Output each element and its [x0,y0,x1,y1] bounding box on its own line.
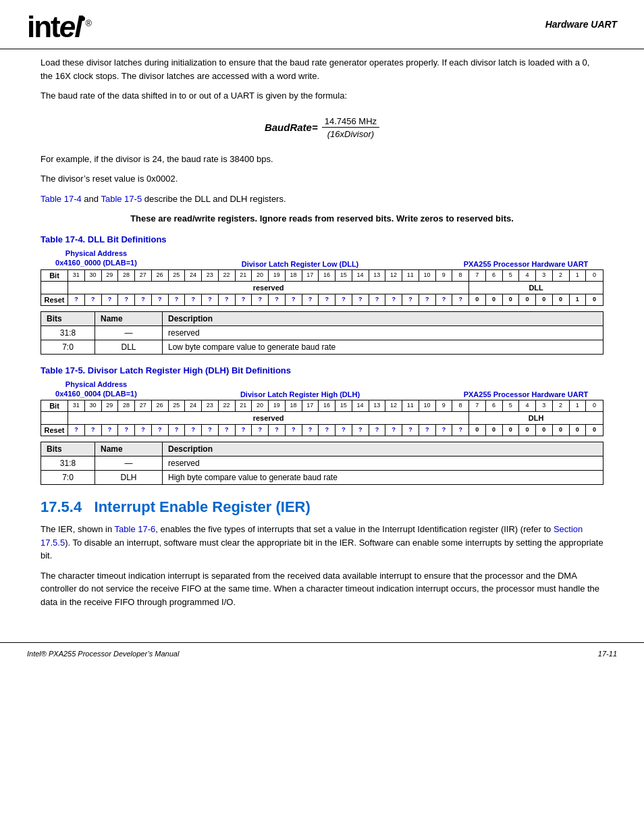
reset-bit-13: ? [286,294,302,305]
reset-bit-28: 0 [536,294,553,305]
table17-5-link[interactable]: Table 17-5 [101,194,142,204]
table17-4-link[interactable]: Table 17-4 [41,194,82,204]
reset-bit-21: ? [419,425,436,436]
reset-bit-5: ? [152,425,169,436]
reset-bit-26: 0 [503,294,520,305]
reset-bit-11: ? [252,425,269,436]
desc-description: Low byte compare value to generate baud … [163,340,603,354]
desc-description: reserved [163,457,603,471]
formula-block: BaudRate= 14.7456 MHz (16xDivisor) [41,116,603,139]
table5-addr-block: Physical Address 0x4160_0004 (DLAB=1) [41,380,152,399]
bit-num-23: 23 [202,270,219,281]
bit-num-27: 27 [135,270,152,281]
header: intel® Hardware UART [0,0,644,49]
table4-reset-label: Reset [41,294,68,305]
reset-bit-8: ? [202,294,219,305]
table5-info-row: Physical Address 0x4160_0004 (DLAB=1) Di… [41,380,603,399]
table5-bit-label: Bit [41,400,68,411]
reset-bit-1: ? [85,294,102,305]
bit-num-0: 0 [586,400,603,411]
reset-bit-4: ? [135,425,152,436]
desc-description: reserved [163,325,603,340]
bit-num-11: 11 [402,270,419,281]
reset-bit-30: 1 [570,294,587,305]
section-p2: The character timeout indication interru… [41,569,603,609]
bit-num-30: 30 [85,400,102,411]
bit-num-12: 12 [385,270,402,281]
reset-bit-15: ? [319,294,336,305]
bit-num-20: 20 [252,400,269,411]
bit-num-29: 29 [102,270,119,281]
table4-addr-block: Physical Address 0x4160_0000 (DLAB=1) [41,249,152,268]
bit-num-13: 13 [369,400,386,411]
table-row: 31:8—reserved [41,457,603,471]
page-title: Hardware UART [545,12,617,30]
formula-lhs: BaudRate= [265,122,318,133]
table-row: 7:0DLHHigh byte compare value to generat… [41,471,603,485]
intro-p3: For example, if the divisor is 24, the b… [41,153,603,166]
p5-and: and [84,194,101,204]
p5-rest: describe the DLL and DLH registers. [144,194,286,204]
reset-bit-9: ? [219,425,236,436]
desc-name: DLL [95,340,163,354]
bit-num-1: 1 [570,270,587,281]
desc-bits: 7:0 [41,471,95,485]
reset-bit-25: 0 [486,425,503,436]
main-content: Load these divisor latches during initia… [0,49,644,629]
section-title: Interrupt Enable Register (IER) [95,498,311,515]
bit-num-17: 17 [302,400,319,411]
bit-num-16: 16 [319,270,336,281]
table-row: 7:0DLLLow byte compare value to generate… [41,340,603,354]
footer: Intel® PXA255 Processor Developer’s Manu… [0,642,644,664]
table4-fields: reserved DLL [68,282,603,294]
bit-num-28: 28 [118,270,135,281]
section-p1-after2: ). To disable an interrupt, software mus… [41,538,603,561]
reset-bit-5: ? [152,294,169,305]
reset-bit-11: ? [252,294,269,305]
bit-num-7: 7 [469,400,486,411]
section-number: 17.5.4 [41,498,82,515]
table17-6-link[interactable]: Table 17-6 [115,524,156,534]
table4-addr-val: 0x4160_0000 (DLAB=1) [41,258,152,267]
bit-num-22: 22 [219,400,236,411]
bit-num-29: 29 [102,400,119,411]
reset-bit-28: 0 [536,425,553,436]
reset-bit-23: ? [452,294,469,305]
table5-reset-row: Reset ????????????????????????00000000 [41,424,603,436]
bit-num-23: 23 [202,400,219,411]
reset-bit-7: ? [185,294,202,305]
reset-bit-1: ? [85,425,102,436]
table4-reserved-field: reserved [68,282,469,294]
table5-col-bits: Bits [41,442,95,457]
bit-num-10: 10 [419,270,436,281]
bit-num-19: 19 [269,270,286,281]
table4-col-name: Name [95,311,163,325]
bit-num-1: 1 [570,400,587,411]
reset-bit-25: 0 [486,294,503,305]
bit-num-27: 27 [135,400,152,411]
bit-num-30: 30 [85,270,102,281]
desc-name: — [95,457,163,471]
reset-bit-18: ? [369,425,386,436]
bit-num-8: 8 [452,400,469,411]
reset-bit-10: ? [236,294,252,305]
table5-field-spacer [41,412,68,424]
bit-num-5: 5 [503,400,520,411]
reset-bit-4: ? [135,294,152,305]
bit-num-21: 21 [236,400,252,411]
table4-col-bits: Bits [41,311,95,325]
bit-num-17: 17 [302,270,319,281]
bit-num-24: 24 [185,270,202,281]
reset-bit-6: ? [169,294,186,305]
table4-field-spacer [41,282,68,294]
reset-bit-17: ? [352,294,369,305]
table5-bit-numbers: 3130292827262524232221201918171615141312… [68,400,603,411]
bit-num-9: 9 [436,270,453,281]
footer-left: Intel® PXA255 Processor Developer’s Manu… [27,650,179,658]
table5-bit-row: Bit 313029282726252423222120191817161514… [41,400,603,411]
table5-reg-name: Divisor Latch Register High (DLH) [152,390,448,398]
bit-num-3: 3 [536,400,553,411]
desc-description: High byte compare value to generate baud… [163,471,603,485]
intro-p1: Load these divisor latches during initia… [41,56,603,82]
table5-dlh-field: DLH [469,412,603,424]
